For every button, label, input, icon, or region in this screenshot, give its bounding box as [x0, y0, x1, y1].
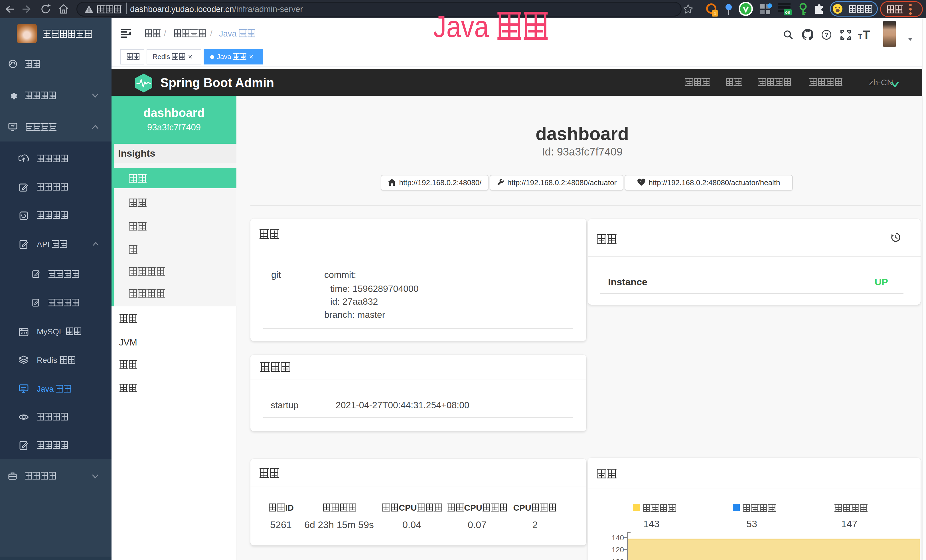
svg-text:1: 1: [714, 11, 716, 16]
svg-text:?: ?: [825, 32, 828, 38]
svg-text:T: T: [863, 29, 870, 41]
svg-text:on: on: [785, 10, 790, 15]
svg-text:T: T: [858, 33, 862, 40]
